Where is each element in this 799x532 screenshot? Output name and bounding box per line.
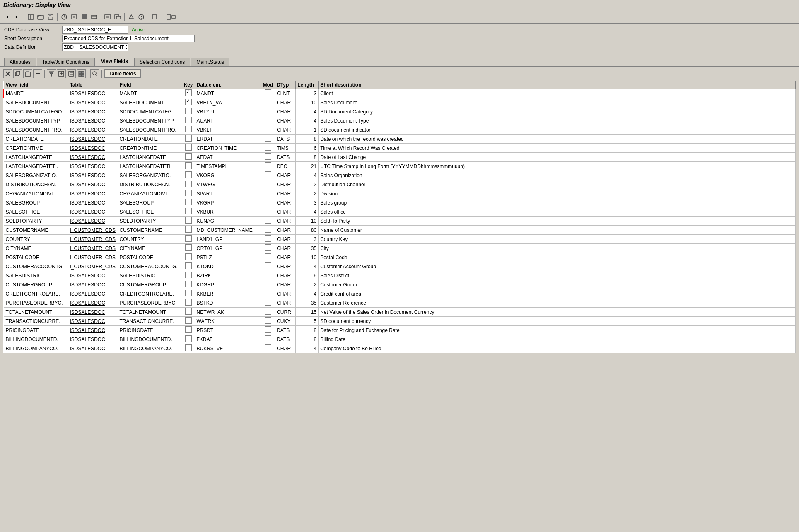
toolbar-btn-5[interactable] bbox=[70, 12, 79, 22]
cell-key[interactable] bbox=[182, 98, 195, 107]
table-row[interactable]: BILLINGDOCUMENTD. ISDSALESDOC BILLINGDOC… bbox=[4, 335, 796, 344]
toolbar-btn-10[interactable] bbox=[127, 12, 136, 22]
table-row[interactable]: CREATIONDATE ISDSALESDOC CREATIONDATE ER… bbox=[4, 135, 796, 144]
mod-checkbox[interactable] bbox=[265, 199, 271, 205]
key-checkbox[interactable] bbox=[185, 199, 192, 205]
table-row[interactable]: CUSTOMERNAME I_CUSTOMER_CDS CUSTOMERNAME… bbox=[4, 226, 796, 235]
key-checkbox[interactable] bbox=[185, 108, 192, 114]
mod-checkbox[interactable] bbox=[265, 171, 271, 178]
table-row[interactable]: SALESORGANIZATIO. ISDSALESDOC SALESORGAN… bbox=[4, 171, 796, 180]
cell-key[interactable] bbox=[182, 180, 195, 189]
cut-button[interactable] bbox=[3, 69, 12, 78]
mod-checkbox[interactable] bbox=[265, 99, 271, 105]
data-def-input[interactable] bbox=[62, 43, 128, 51]
key-checkbox[interactable] bbox=[185, 253, 192, 260]
cell-key[interactable] bbox=[182, 207, 195, 217]
cell-mod[interactable] bbox=[261, 207, 275, 217]
cell-key[interactable] bbox=[182, 308, 195, 317]
cell-key[interactable] bbox=[182, 162, 195, 171]
cell-mod[interactable] bbox=[261, 135, 275, 144]
cell-mod[interactable] bbox=[261, 125, 275, 135]
forward-button[interactable]: ► bbox=[12, 12, 22, 22]
table-row[interactable]: SALESOFFICE ISDSALESDOC SALESOFFICE VKBU… bbox=[4, 207, 796, 217]
key-checkbox[interactable] bbox=[185, 217, 192, 224]
insert-row-button[interactable] bbox=[67, 69, 76, 78]
cell-mod[interactable] bbox=[261, 344, 275, 353]
cell-key[interactable] bbox=[182, 253, 195, 262]
append-row-button[interactable] bbox=[57, 69, 66, 78]
key-checkbox[interactable] bbox=[185, 99, 192, 105]
mod-checkbox[interactable] bbox=[265, 317, 271, 324]
mod-checkbox[interactable] bbox=[265, 253, 271, 260]
key-checkbox[interactable] bbox=[185, 262, 192, 269]
mod-checkbox[interactable] bbox=[265, 153, 271, 160]
cell-key[interactable] bbox=[182, 107, 195, 116]
key-checkbox[interactable] bbox=[185, 281, 192, 287]
search-button[interactable] bbox=[90, 69, 99, 78]
table-row[interactable]: PURCHASEORDERBYC. ISDSALESDOC PURCHASEOR… bbox=[4, 298, 796, 308]
toolbar-btn-new[interactable] bbox=[26, 12, 35, 22]
key-checkbox[interactable] bbox=[185, 208, 192, 214]
tab-maint-status[interactable]: Maint.Status bbox=[191, 58, 229, 66]
key-checkbox[interactable] bbox=[185, 181, 192, 187]
key-checkbox[interactable] bbox=[185, 117, 192, 123]
cell-mod[interactable] bbox=[261, 308, 275, 317]
table-row[interactable]: SALESDISTRICT ISDSALESDOC SALESDISTRICT … bbox=[4, 271, 796, 280]
delete-button[interactable] bbox=[33, 69, 42, 78]
cell-mod[interactable] bbox=[261, 289, 275, 298]
cell-mod[interactable] bbox=[261, 226, 275, 235]
cell-key[interactable] bbox=[182, 189, 195, 198]
table-row[interactable]: SALESDOCUMENTTYP. ISDSALESDOC SALESDOCUM… bbox=[4, 116, 796, 125]
key-checkbox[interactable] bbox=[185, 290, 192, 296]
cell-mod[interactable] bbox=[261, 162, 275, 171]
mod-checkbox[interactable] bbox=[265, 135, 271, 142]
cell-mod[interactable] bbox=[261, 253, 275, 262]
toolbar-btn-open[interactable] bbox=[36, 12, 45, 22]
mod-checkbox[interactable] bbox=[265, 190, 271, 196]
mod-checkbox[interactable] bbox=[265, 181, 271, 187]
table-row[interactable]: SOLDTOPARTY ISDSALESDOC SOLDTOPARTY KUNA… bbox=[4, 217, 796, 226]
cell-mod[interactable] bbox=[261, 116, 275, 125]
table-row[interactable]: TRANSACTIONCURRE. ISDSALESDOC TRANSACTIO… bbox=[4, 317, 796, 326]
cell-key[interactable] bbox=[182, 317, 195, 326]
mod-checkbox[interactable] bbox=[265, 335, 271, 342]
table-row[interactable]: BILLINGCOMPANYCO. ISDSALESDOC BILLINGCOM… bbox=[4, 344, 796, 353]
cell-mod[interactable] bbox=[261, 144, 275, 153]
toolbar-btn-6[interactable] bbox=[80, 12, 89, 22]
table-row[interactable]: TOTALNETAMOUNT ISDSALESDOC TOTALNETAMOUN… bbox=[4, 308, 796, 317]
cell-mod[interactable] bbox=[261, 244, 275, 253]
mod-checkbox[interactable] bbox=[265, 144, 271, 151]
table-row[interactable]: CITYNAME I_CUSTOMER_CDS CITYNAME ORT01_G… bbox=[4, 244, 796, 253]
copy-button[interactable] bbox=[13, 69, 22, 78]
cell-mod[interactable] bbox=[261, 262, 275, 271]
cell-key[interactable] bbox=[182, 298, 195, 308]
cell-mod[interactable] bbox=[261, 235, 275, 244]
key-checkbox[interactable] bbox=[185, 153, 192, 160]
key-checkbox[interactable] bbox=[185, 308, 192, 315]
toolbar-btn-12[interactable] bbox=[150, 12, 164, 22]
key-checkbox[interactable] bbox=[185, 272, 192, 278]
table-row[interactable]: LASTCHANGEDATETI. ISDSALESDOC LASTCHANGE… bbox=[4, 162, 796, 171]
cell-mod[interactable] bbox=[261, 217, 275, 226]
mod-checkbox[interactable] bbox=[265, 226, 271, 233]
cell-mod[interactable] bbox=[261, 326, 275, 335]
cell-mod[interactable] bbox=[261, 198, 275, 207]
cell-key[interactable] bbox=[182, 89, 195, 98]
cds-value-input[interactable] bbox=[62, 26, 128, 34]
cell-key[interactable] bbox=[182, 271, 195, 280]
key-checkbox[interactable] bbox=[185, 171, 192, 178]
table-row[interactable]: CREATIONTIME ISDSALESDOC CREATIONTIME CR… bbox=[4, 144, 796, 153]
mod-checkbox[interactable] bbox=[265, 89, 271, 96]
key-checkbox[interactable] bbox=[185, 126, 192, 132]
cell-mod[interactable] bbox=[261, 271, 275, 280]
toolbar-btn-11[interactable] bbox=[137, 12, 146, 22]
mod-checkbox[interactable] bbox=[265, 162, 271, 169]
cell-key[interactable] bbox=[182, 144, 195, 153]
short-desc-input[interactable] bbox=[62, 35, 195, 42]
cell-mod[interactable] bbox=[261, 335, 275, 344]
toolbar-btn-7[interactable] bbox=[89, 12, 99, 22]
key-checkbox[interactable] bbox=[185, 135, 192, 142]
table-row[interactable]: CUSTOMERACCOUNTG. I_CUSTOMER_CDS CUSTOME… bbox=[4, 262, 796, 271]
mod-checkbox[interactable] bbox=[265, 244, 271, 251]
key-checkbox[interactable] bbox=[185, 162, 192, 169]
